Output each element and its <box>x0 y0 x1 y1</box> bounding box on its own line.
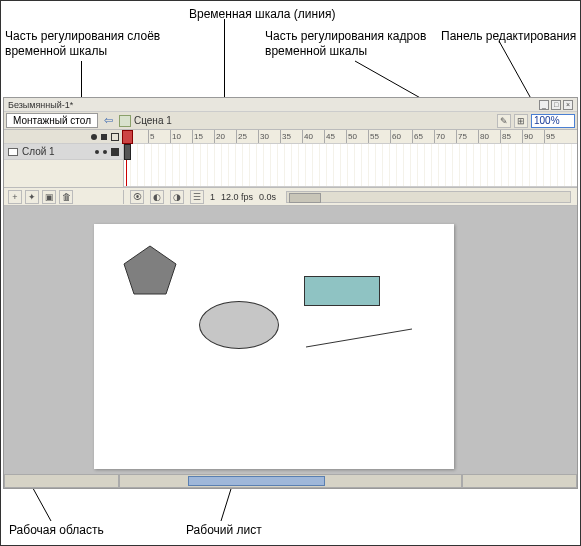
timeline-footer: + ✦ ▣ 🗑 ⦿ ◐ ◑ ☰ 1 12.0 fps 0.0s <box>4 188 577 206</box>
add-guide-layer-icon[interactable]: ✦ <box>25 190 39 204</box>
back-arrow-icon[interactable]: ⇦ <box>102 114 116 128</box>
ruler-tick: 35 <box>280 130 291 143</box>
pentagon-shape[interactable] <box>122 244 178 296</box>
scene-bar: Монтажный стол ⇦ Сцена 1 ✎ ⊞ 100% <box>4 112 577 130</box>
edit-scene-icon[interactable]: ✎ <box>497 114 511 128</box>
timeline: Слой 1 151015202530354045505560657075808… <box>4 130 577 188</box>
frame-strip[interactable] <box>124 144 577 187</box>
work-area[interactable] <box>4 206 577 488</box>
scene-name[interactable]: Сцена 1 <box>134 115 172 126</box>
app-window: Безымянный-1* _ □ × Монтажный стол ⇦ Сце… <box>3 97 578 489</box>
current-frame: 1 <box>210 192 215 202</box>
onion-skin-icon[interactable]: ◐ <box>150 190 164 204</box>
frame-tools: ⦿ ◐ ◑ ☰ 1 12.0 fps 0.0s <box>124 190 577 204</box>
edit-multiple-icon[interactable]: ☰ <box>190 190 204 204</box>
ellipse-shape[interactable] <box>199 301 279 349</box>
ruler-tick: 95 <box>544 130 555 143</box>
add-layer-icon[interactable]: + <box>8 190 22 204</box>
ruler-tick: 80 <box>478 130 489 143</box>
ruler-tick: 90 <box>522 130 533 143</box>
layer-tools: + ✦ ▣ 🗑 <box>4 190 124 204</box>
svg-line-5 <box>306 329 412 347</box>
annotation-edit-panel: Панель редактирования <box>441 29 576 44</box>
edit-panel: ✎ ⊞ 100% <box>497 114 575 128</box>
ruler-tick: 10 <box>170 130 181 143</box>
titlebar: Безымянный-1* _ □ × <box>4 98 577 112</box>
annotation-work-sheet: Рабочий лист <box>186 523 262 538</box>
ruler-tick: 40 <box>302 130 313 143</box>
outline-column-icon[interactable] <box>111 133 119 141</box>
annotation-layers-part: Часть регулирования слоёв временной шкал… <box>5 29 160 59</box>
ruler-tick: 20 <box>214 130 225 143</box>
window-close-button[interactable]: × <box>563 100 573 110</box>
ruler-tick: 5 <box>148 130 154 143</box>
layers-header <box>4 130 123 144</box>
delete-layer-icon[interactable]: 🗑 <box>59 190 73 204</box>
rectangle-shape[interactable] <box>304 276 380 306</box>
keyframe[interactable] <box>124 144 131 160</box>
layer-name: Слой 1 <box>22 146 91 157</box>
time-display: 0.0s <box>259 192 276 202</box>
ruler-tick: 50 <box>346 130 357 143</box>
hscroll-thumb[interactable] <box>188 476 325 486</box>
svg-marker-4 <box>124 246 176 294</box>
ruler-tick: 55 <box>368 130 379 143</box>
layers-panel: Слой 1 <box>4 130 124 187</box>
annotation-work-area: Рабочая область <box>9 523 104 538</box>
frame-ruler[interactable]: 15101520253035404550556065707580859095 <box>124 130 577 144</box>
lock-column-icon[interactable] <box>101 134 107 140</box>
layer-lock-dot[interactable] <box>103 150 107 154</box>
window-maximize-button[interactable]: □ <box>551 100 561 110</box>
line-shape[interactable] <box>304 327 414 351</box>
symbol-icon[interactable]: ⊞ <box>514 114 528 128</box>
timeline-scrollbar[interactable] <box>286 191 571 203</box>
zoom-input[interactable]: 100% <box>531 114 575 128</box>
add-folder-icon[interactable]: ▣ <box>42 190 56 204</box>
ruler-tick: 45 <box>324 130 335 143</box>
annotation-frames-part: Часть регулирования кадров временной шка… <box>265 29 426 59</box>
montage-tab[interactable]: Монтажный стол <box>6 113 98 128</box>
fps-display: 12.0 fps <box>221 192 253 202</box>
layer-icon <box>8 148 18 156</box>
hscroll-right[interactable] <box>462 474 577 488</box>
document-title: Безымянный-1* <box>8 100 539 110</box>
stage[interactable] <box>94 224 454 469</box>
ruler-tick: 70 <box>434 130 445 143</box>
ruler-tick: 15 <box>192 130 203 143</box>
window-minimize-button[interactable]: _ <box>539 100 549 110</box>
layer-outline-box[interactable] <box>111 148 119 156</box>
scene-icon[interactable] <box>119 115 131 127</box>
hscroll-track[interactable] <box>119 474 463 488</box>
hscroll-left[interactable] <box>4 474 119 488</box>
ruler-tick: 85 <box>500 130 511 143</box>
ruler-tick: 60 <box>390 130 401 143</box>
annotation-timeline-line: Временная шкала (линия) <box>189 7 335 22</box>
onion-outline-icon[interactable]: ◑ <box>170 190 184 204</box>
ruler-tick: 25 <box>236 130 247 143</box>
ruler-tick: 30 <box>258 130 269 143</box>
layer-row[interactable]: Слой 1 <box>4 144 123 160</box>
visibility-column-icon[interactable] <box>91 134 97 140</box>
stage-scrollbars <box>4 474 577 488</box>
ruler-tick: 75 <box>456 130 467 143</box>
center-frame-icon[interactable]: ⦿ <box>130 190 144 204</box>
ruler-tick: 65 <box>412 130 423 143</box>
frames-panel: 15101520253035404550556065707580859095 <box>124 130 577 187</box>
layer-visible-dot[interactable] <box>95 150 99 154</box>
